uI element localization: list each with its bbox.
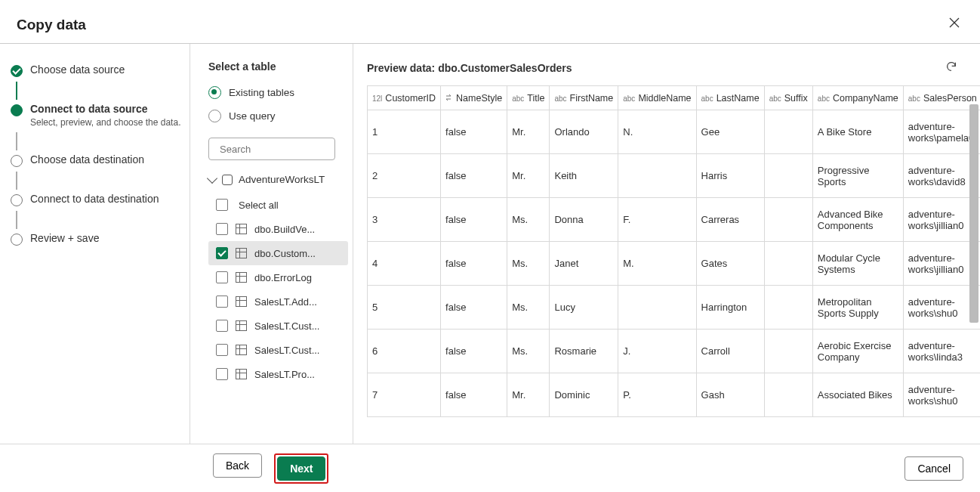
- table-cell[interactable]: Orlando: [550, 110, 618, 154]
- table-cell[interactable]: [764, 242, 812, 286]
- table-cell[interactable]: 5: [368, 286, 441, 330]
- table-row[interactable]: SalesLT.Add...: [208, 289, 348, 314]
- table-cell[interactable]: [764, 154, 812, 198]
- table-cell[interactable]: [764, 110, 812, 154]
- checkbox-icon[interactable]: [216, 368, 228, 380]
- table-cell[interactable]: J.: [618, 330, 696, 373]
- table-cell[interactable]: adventure-works\jillian0: [903, 198, 980, 242]
- table-cell[interactable]: N.: [618, 110, 696, 154]
- vertical-scrollbar[interactable]: [969, 104, 978, 441]
- table-cell[interactable]: Ms.: [507, 242, 550, 286]
- table-row[interactable]: dbo.ErrorLog: [208, 265, 348, 289]
- column-header[interactable]: abcSalesPerson: [903, 86, 980, 110]
- table-cell[interactable]: Carreras: [696, 198, 764, 242]
- table-cell[interactable]: Mr.: [507, 373, 550, 417]
- search-box[interactable]: [208, 138, 335, 160]
- table-row[interactable]: dbo.Custom...: [208, 241, 348, 265]
- table-cell[interactable]: Aerobic Exercise Company: [812, 330, 903, 373]
- table-cell[interactable]: false: [441, 286, 507, 330]
- step-0[interactable]: Choose data source: [11, 63, 182, 77]
- table-cell[interactable]: [764, 198, 812, 242]
- table-cell[interactable]: Gash: [696, 373, 764, 417]
- step-3[interactable]: Connect to data destination: [11, 193, 182, 206]
- table-cell[interactable]: adventure-works\pamela0: [903, 110, 980, 154]
- table-cell[interactable]: Rosmarie: [550, 330, 618, 373]
- table-cell[interactable]: Dominic: [550, 373, 618, 417]
- preview-grid-scroll[interactable]: 12lCustomerIDNameStyleabcTitleabcFirstNa…: [367, 85, 980, 444]
- table-cell[interactable]: Harris: [696, 154, 764, 198]
- table-cell[interactable]: false: [441, 154, 507, 198]
- table-cell[interactable]: 1: [368, 110, 441, 154]
- column-header[interactable]: 12lCustomerID: [368, 86, 441, 110]
- close-button[interactable]: [945, 14, 963, 36]
- checkbox-icon[interactable]: [216, 296, 228, 308]
- table-cell[interactable]: Progressive Sports: [812, 154, 903, 198]
- table-cell[interactable]: Associated Bikes: [812, 373, 903, 417]
- table-cell[interactable]: A Bike Store: [812, 110, 903, 154]
- column-header[interactable]: abcFirstName: [550, 86, 618, 110]
- table-cell[interactable]: 2: [368, 154, 441, 198]
- table-cell[interactable]: Mr.: [507, 110, 550, 154]
- table-cell[interactable]: Harrington: [696, 286, 764, 330]
- table-cell[interactable]: Metropolitan Sports Supply: [812, 286, 903, 330]
- checkbox-icon[interactable]: [216, 199, 228, 211]
- table-cell[interactable]: Ms.: [507, 286, 550, 330]
- table-cell[interactable]: M.: [618, 242, 696, 286]
- table-cell[interactable]: [764, 373, 812, 417]
- search-input[interactable]: [220, 144, 347, 155]
- table-cell[interactable]: false: [441, 330, 507, 373]
- cancel-button[interactable]: Cancel: [904, 456, 963, 481]
- database-node[interactable]: AdventureWorksLT: [208, 174, 353, 185]
- column-header[interactable]: abcSuffix: [764, 86, 812, 110]
- refresh-button[interactable]: [945, 60, 957, 75]
- table-cell[interactable]: [618, 154, 696, 198]
- table-cell[interactable]: F.: [618, 198, 696, 242]
- column-header[interactable]: abcTitle: [507, 86, 550, 110]
- table-cell[interactable]: Gates: [696, 242, 764, 286]
- table-cell[interactable]: Keith: [550, 154, 618, 198]
- table-cell[interactable]: false: [441, 110, 507, 154]
- table-row[interactable]: SalesLT.Cust...: [208, 338, 348, 362]
- table-cell[interactable]: Gee: [696, 110, 764, 154]
- column-header[interactable]: abcLastName: [696, 86, 764, 110]
- table-row[interactable]: SalesLT.Pro...: [208, 362, 348, 386]
- select-all-row[interactable]: Select all: [208, 193, 348, 217]
- table-cell[interactable]: Janet: [550, 242, 618, 286]
- table-cell[interactable]: Lucy: [550, 286, 618, 330]
- checkbox-icon[interactable]: [216, 247, 228, 259]
- table-row[interactable]: SalesLT.Cust...: [208, 314, 348, 338]
- checkbox-icon[interactable]: [216, 223, 228, 235]
- checkbox-icon[interactable]: [216, 271, 228, 283]
- column-header[interactable]: abcCompanyName: [812, 86, 903, 110]
- table-cell[interactable]: adventure-works\linda3: [903, 330, 980, 373]
- table-cell[interactable]: 6: [368, 330, 441, 373]
- table-cell[interactable]: adventure-works\david8: [903, 154, 980, 198]
- step-2[interactable]: Choose data destination: [11, 153, 182, 167]
- step-4[interactable]: Review + save: [11, 232, 182, 246]
- table-cell[interactable]: Carroll: [696, 330, 764, 373]
- table-cell[interactable]: [764, 330, 812, 373]
- table-cell[interactable]: P.: [618, 373, 696, 417]
- table-cell[interactable]: Ms.: [507, 330, 550, 373]
- table-cell[interactable]: false: [441, 242, 507, 286]
- table-cell[interactable]: Modular Cycle Systems: [812, 242, 903, 286]
- checkbox-icon[interactable]: [216, 344, 228, 356]
- mode-use-query[interactable]: Use query: [208, 110, 353, 122]
- table-cell[interactable]: Ms.: [507, 198, 550, 242]
- column-header[interactable]: abcMiddleName: [618, 86, 696, 110]
- next-button[interactable]: Next: [277, 456, 325, 481]
- table-cell[interactable]: [618, 286, 696, 330]
- table-cell[interactable]: false: [441, 373, 507, 417]
- checkbox-icon[interactable]: [216, 320, 228, 332]
- mode-existing-tables[interactable]: Existing tables: [208, 86, 353, 99]
- table-cell[interactable]: false: [441, 198, 507, 242]
- table-cell[interactable]: 3: [368, 198, 441, 242]
- table-cell[interactable]: Donna: [550, 198, 618, 242]
- table-list[interactable]: Select all dbo.BuildVe...dbo.Custom...db…: [208, 193, 353, 438]
- table-cell[interactable]: Mr.: [507, 154, 550, 198]
- table-cell[interactable]: Advanced Bike Components: [812, 198, 903, 242]
- back-button[interactable]: Back: [213, 453, 262, 478]
- table-cell[interactable]: [764, 286, 812, 330]
- table-cell[interactable]: adventure-works\shu0: [903, 373, 980, 417]
- step-1[interactable]: Connect to data sourceSelect, preview, a…: [11, 103, 182, 128]
